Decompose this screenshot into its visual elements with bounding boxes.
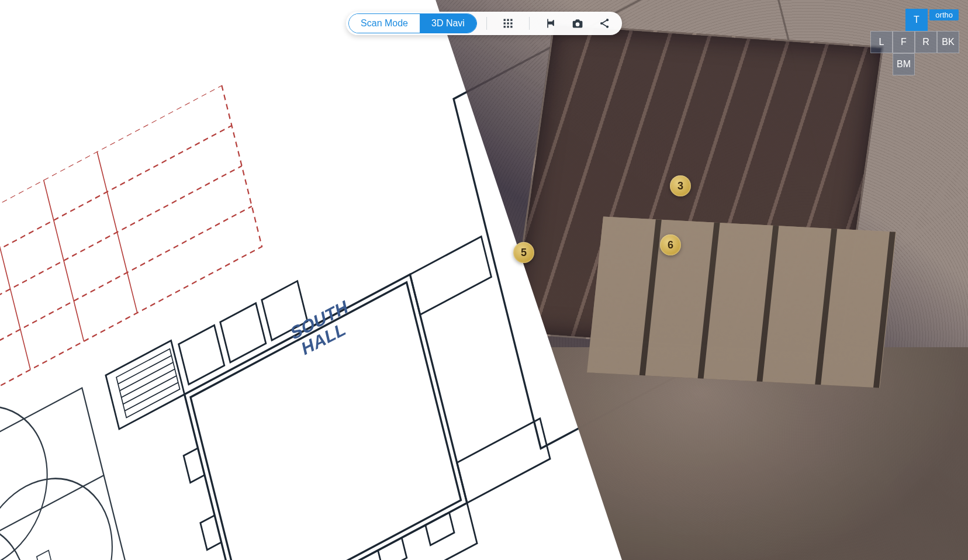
svg-line-8 [0, 127, 30, 369]
svg-rect-43 [179, 325, 224, 384]
mode-3d-navi-button[interactable]: 3D Navi [420, 14, 476, 33]
svg-line-10 [77, 71, 137, 313]
grid-icon[interactable] [500, 15, 516, 32]
svg-point-13 [0, 379, 63, 560]
svg-line-3 [0, 126, 231, 353]
view-front-button[interactable]: F [893, 31, 915, 53]
svg-rect-44 [220, 303, 266, 362]
svg-line-9 [23, 99, 84, 341]
svg-point-15 [0, 452, 128, 560]
viewport-3d[interactable]: SOUTH HALL 356 [0, 0, 968, 560]
toolbar-separator [529, 17, 530, 30]
view-bottom-button[interactable]: BM [893, 53, 915, 75]
svg-rect-55 [510, 26, 512, 27]
orientation-spacer [870, 53, 893, 75]
scan-building-facade [587, 217, 896, 388]
svg-line-39 [120, 362, 173, 391]
view-top-button[interactable]: T [905, 9, 928, 31]
svg-line-2 [0, 85, 222, 313]
svg-rect-51 [507, 22, 509, 24]
svg-line-41 [123, 376, 177, 405]
orientation-spacer [915, 53, 959, 75]
mode-toggle: Scan Mode 3D Navi [348, 13, 477, 33]
svg-rect-25 [37, 550, 52, 560]
top-toolbar: Scan Mode 3D Navi [346, 12, 622, 35]
svg-line-38 [118, 355, 171, 384]
svg-line-42 [125, 382, 178, 411]
svg-rect-53 [503, 26, 505, 27]
svg-rect-54 [507, 26, 509, 27]
svg-point-14 [0, 497, 42, 560]
view-back-button[interactable]: BK [937, 31, 959, 53]
svg-rect-47 [503, 19, 505, 21]
svg-rect-50 [503, 22, 505, 24]
scan-marker[interactable]: 5 [513, 242, 534, 263]
camera-icon[interactable] [569, 15, 586, 32]
svg-rect-30 [0, 388, 199, 560]
svg-rect-48 [507, 19, 509, 21]
mode-scan-button[interactable]: Scan Mode [349, 14, 420, 33]
flag-icon[interactable] [542, 15, 559, 32]
svg-rect-0 [0, 5, 262, 474]
svg-line-4 [0, 166, 242, 393]
svg-line-5 [0, 206, 252, 434]
svg-rect-52 [510, 22, 512, 24]
projection-toggle[interactable]: ortho [929, 9, 959, 20]
orientation-widget: ortho T L F R BK BM [870, 9, 959, 75]
svg-line-40 [122, 369, 175, 397]
app-stage: SOUTH HALL 356 Scan Mode 3D Navi [0, 0, 968, 560]
scan-marker[interactable]: 6 [660, 234, 681, 255]
view-right-button[interactable]: R [915, 31, 937, 53]
toolbar-separator [486, 17, 487, 30]
share-icon[interactable] [596, 15, 613, 32]
scan-marker[interactable]: 3 [670, 175, 691, 196]
view-left-button[interactable]: L [870, 31, 893, 53]
svg-line-31 [0, 475, 104, 560]
svg-rect-49 [510, 19, 512, 21]
